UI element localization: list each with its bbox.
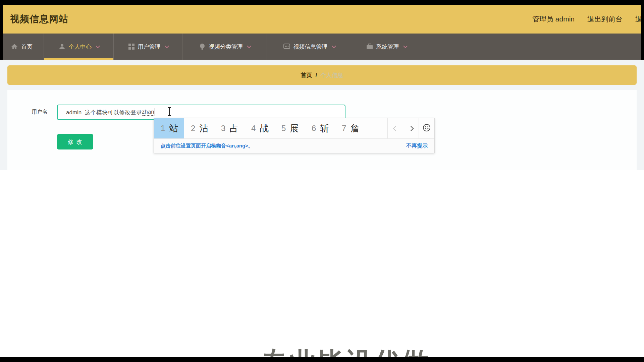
smiley-icon bbox=[423, 124, 431, 133]
breadcrumb-home-link[interactable]: 首页 bbox=[301, 71, 312, 79]
chevron-down-icon bbox=[165, 44, 169, 48]
header-bar: 视频信息网站 管理员 admin 退出到前台 退出 bbox=[0, 5, 644, 34]
ime-candidate-3[interactable]: 3 占 bbox=[214, 118, 245, 138]
bulb-icon bbox=[199, 43, 205, 50]
letterbox-right bbox=[641, 5, 644, 60]
nav-item-user-management[interactable]: 用户管理 bbox=[114, 34, 182, 60]
ime-emoji-button[interactable] bbox=[419, 118, 434, 138]
ime-fuzzy-pinyin-hint-link[interactable]: 点击前往设置页面开启模糊音<an,ang>。 bbox=[161, 143, 253, 149]
main-nav: 首页 个人中心 用户管理 视频分类管理 bbox=[0, 34, 644, 60]
ime-candidate-6[interactable]: 6 斩 bbox=[305, 118, 335, 138]
ime-dismiss-link[interactable]: 不再提示 bbox=[406, 142, 428, 149]
breadcrumb: 首页 / 个人信息 bbox=[7, 65, 637, 85]
nav-item-home[interactable]: 首页 bbox=[0, 34, 44, 60]
username-value: admin 这个模块可以修改登录 bbox=[66, 109, 142, 116]
comment-icon bbox=[283, 43, 290, 50]
ime-candidate-2[interactable]: 2 沾 bbox=[184, 118, 214, 138]
ime-prev-page-button[interactable] bbox=[388, 118, 403, 138]
nav-item-label: 用户管理 bbox=[138, 43, 161, 51]
ime-candidate-4[interactable]: 4 战 bbox=[245, 118, 275, 138]
chevron-down-icon bbox=[96, 44, 100, 48]
letterbox-bottom bbox=[0, 357, 644, 362]
ime-candidate-window: 1 站 2 沾 3 占 4 战 5 展 bbox=[154, 118, 435, 153]
nav-item-video-info-management[interactable]: 视频信息管理 bbox=[267, 34, 351, 60]
nav-item-label: 视频信息管理 bbox=[293, 43, 328, 51]
breadcrumb-separator: / bbox=[316, 72, 317, 78]
home-icon bbox=[11, 43, 18, 50]
nav-item-system-management[interactable]: 系统管理 bbox=[351, 34, 421, 60]
site-title: 视频信息网站 bbox=[10, 13, 68, 25]
admin-user-label: 管理员 admin bbox=[532, 14, 575, 24]
ime-candidate-row: 1 站 2 沾 3 占 4 战 5 展 bbox=[154, 118, 434, 138]
ime-candidate-5[interactable]: 5 展 bbox=[275, 118, 305, 138]
nav-item-video-category-management[interactable]: 视频分类管理 bbox=[182, 34, 267, 60]
watermark-text: 专业毕设代做 bbox=[261, 345, 430, 357]
nav-item-label: 系统管理 bbox=[376, 43, 399, 51]
chevron-left-icon bbox=[393, 126, 398, 131]
nav-item-personal-center[interactable]: 个人中心 bbox=[44, 34, 114, 60]
nav-item-label: 视频分类管理 bbox=[209, 43, 243, 51]
chevron-right-icon bbox=[408, 126, 414, 131]
letterbox-left bbox=[0, 5, 3, 60]
ime-hint-row: 点击前往设置页面开启模糊音<an,ang>。 不再提示 bbox=[154, 138, 434, 153]
ime-candidate-7[interactable]: 7 詹 bbox=[335, 118, 365, 138]
nav-item-label: 个人中心 bbox=[69, 43, 92, 51]
breadcrumb-current: 个人信息 bbox=[320, 71, 343, 79]
ime-composition-text: zhan bbox=[142, 109, 154, 116]
screen: 视频信息网站 管理员 admin 退出到前台 退出 首页 个人中心 bbox=[0, 0, 644, 362]
username-label: 用户名 bbox=[32, 109, 48, 116]
exit-to-front-link[interactable]: 退出到前台 bbox=[587, 14, 623, 24]
grid-icon bbox=[128, 44, 135, 50]
text-caret bbox=[155, 108, 155, 116]
chevron-down-icon bbox=[403, 44, 408, 48]
header-user-area: 管理员 admin 退出到前台 退出 bbox=[532, 14, 644, 24]
ime-candidate-1[interactable]: 1 站 bbox=[154, 118, 184, 138]
nav-item-label: 首页 bbox=[21, 43, 33, 51]
letterbox-top bbox=[0, 0, 644, 5]
chevron-down-icon bbox=[332, 44, 336, 48]
chevron-down-icon bbox=[247, 44, 251, 48]
briefcase-icon bbox=[366, 44, 373, 50]
user-icon bbox=[59, 43, 65, 50]
ime-next-page-button[interactable] bbox=[403, 118, 419, 138]
modify-button[interactable]: 修 改 bbox=[57, 134, 93, 149]
admin-page: 视频信息网站 管理员 admin 退出到前台 退出 首页 个人中心 bbox=[0, 5, 644, 357]
